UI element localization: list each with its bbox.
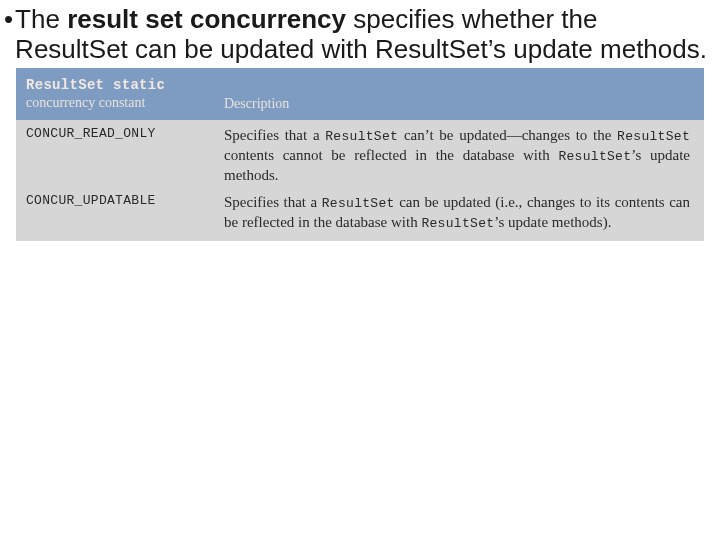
bullet-pre: The: [15, 4, 67, 34]
desc-text: ’s update methods).: [494, 214, 611, 230]
table-row: CONCUR_READ_ONLY Specifies that a Result…: [16, 120, 704, 187]
desc-text: Specifies that a: [224, 194, 322, 210]
bullet-marker: •: [4, 4, 13, 34]
table-header: ResultSet static concurrency constant De…: [16, 68, 704, 120]
desc-text: contents cannot be reflected in the data…: [224, 147, 558, 163]
table-row: CONCUR_UPDATABLE Specifies that a Result…: [16, 187, 704, 241]
desc-code: ResultSet: [325, 129, 398, 144]
concurrency-table: ResultSet static concurrency constant De…: [16, 68, 704, 241]
bullet-text: The result set concurrency specifies whe…: [15, 4, 712, 64]
desc-text: Specifies that a: [224, 127, 325, 143]
desc-text: can’t be updated—changes to the: [398, 127, 617, 143]
desc-code: ResultSet: [322, 196, 395, 211]
cell-constant: CONCUR_UPDATABLE: [16, 193, 216, 208]
bullet-bold: result set concurrency: [67, 4, 346, 34]
cell-constant: CONCUR_READ_ONLY: [16, 126, 216, 141]
cell-description: Specifies that a ResultSet can’t be upda…: [216, 126, 704, 185]
bullet-item: • The result set concurrency specifies w…: [0, 0, 720, 64]
desc-code: ResultSet: [558, 149, 631, 164]
header-col-constant: ResultSet static concurrency constant: [16, 76, 216, 112]
cell-description: Specifies that a ResultSet can be update…: [216, 193, 704, 233]
header-col-description: Description: [216, 96, 704, 112]
desc-code: ResultSet: [617, 129, 690, 144]
desc-code: ResultSet: [421, 216, 494, 231]
header-col2-text: Description: [224, 96, 289, 111]
header-col1-line2: concurrency constant: [26, 95, 145, 110]
slide: • The result set concurrency specifies w…: [0, 0, 720, 540]
header-col1-line1: ResultSet static: [26, 77, 165, 93]
